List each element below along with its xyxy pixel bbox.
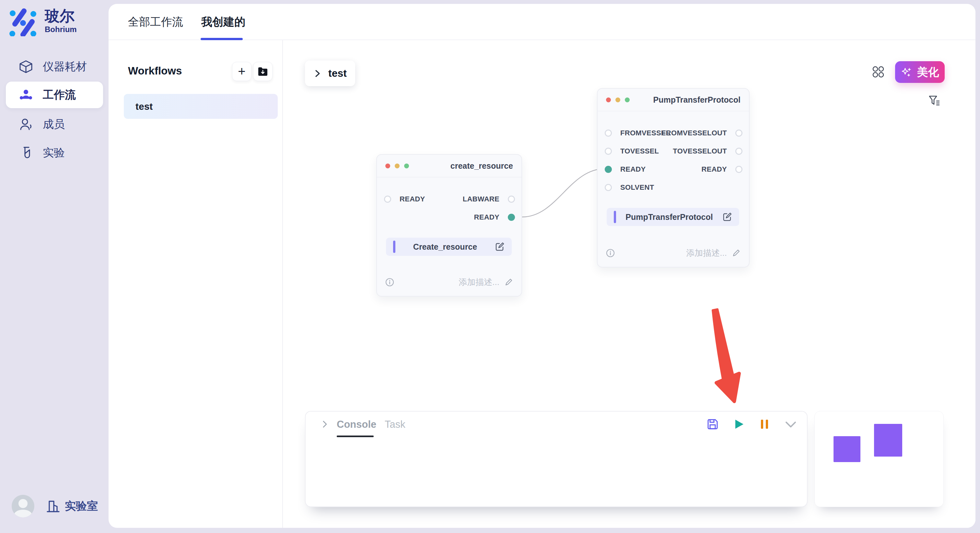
test-tube-icon [19,146,33,160]
box-icon [19,60,33,74]
save-icon[interactable] [706,418,719,431]
workflow-canvas[interactable]: test create_resource READY LABWARE READY [283,40,975,528]
workflow-list-panel: Workflows + test [108,40,283,528]
port-circle[interactable] [508,195,515,203]
plus-icon: + [238,64,245,79]
breadcrumb[interactable]: test [305,60,355,86]
info-icon[interactable] [606,249,615,257]
minimap-node-create-resource [834,436,861,462]
port-in-fromvessel[interactable]: FROMVESSEL [605,126,670,140]
bohrium-logo-icon [9,8,38,36]
port-out-labware[interactable]: LABWARE [463,192,515,206]
members-icon [19,117,33,132]
sidebar-item-label: 实验 [43,145,65,160]
port-label: TOVESSELOUT [673,147,727,155]
brand-subtitle: Bohrium [45,25,77,34]
tab-console[interactable]: Console [337,419,376,430]
sidebar-item-label: 成员 [43,117,65,132]
workflow-name: test [135,101,153,112]
sidebar-item-label: 工作流 [43,87,76,102]
port-label: READY [474,213,500,222]
sparkles-icon [901,67,913,78]
beautify-button[interactable]: 美化 [895,61,945,83]
port-circle[interactable] [735,166,743,173]
port-label: SOLVENT [620,183,654,192]
port-label: READY [399,195,425,203]
port-circle[interactable] [605,130,612,136]
sidebar-item-instruments[interactable]: 仪器耗材 [0,52,108,81]
play-icon[interactable] [732,418,745,431]
node-pump-transfer-protocol[interactable]: PumpTransferProtocol FROMVESSEL TOVESSEL… [597,88,749,268]
sidebar-item-members[interactable]: 成员 [0,110,108,139]
port-out-ready[interactable]: READY [701,162,743,176]
action-label: PumpTransferProtocol [616,213,722,222]
pencil-icon[interactable] [504,278,513,286]
beautify-label: 美化 [917,65,939,80]
node-action-create-resource[interactable]: Create_resource [386,238,512,256]
port-circle[interactable] [735,148,743,155]
tab-task[interactable]: Task [385,419,406,430]
port-in-ready[interactable]: READY [605,162,646,176]
edit-icon[interactable] [495,242,504,252]
brand: 玻尔 Bohrium [9,8,77,36]
console-panel: Console Task [305,411,808,507]
minimap-node-pump-transfer [874,424,902,457]
action-label: Create_resource [395,242,495,252]
chevron-down-icon[interactable] [784,420,797,429]
pause-icon[interactable] [759,418,770,430]
node-create-resource[interactable]: create_resource READY LABWARE READY Crea… [376,154,522,297]
tab-my-created[interactable]: 我创建的 [201,4,245,40]
port-circle[interactable] [605,166,612,173]
workflow-list-item-test[interactable]: test [124,94,278,119]
lab-switcher[interactable]: 实验室 [47,499,98,514]
port-out-ready[interactable]: READY [474,210,515,224]
port-out-fromvesselout[interactable]: FROMVESSELOUT [662,126,743,140]
pill-accent-bar [393,241,395,253]
node-action-pump-transfer[interactable]: PumpTransferProtocol [607,208,739,226]
sidebar-item-label: 仪器耗材 [43,59,87,74]
port-circle[interactable] [605,184,612,191]
chevron-right-icon [313,69,322,78]
minimap[interactable] [815,411,944,507]
dot-green-icon [625,97,630,102]
pill-accent-bar [614,211,616,223]
port-in-ready[interactable]: READY [384,192,425,206]
add-workflow-button[interactable]: + [232,62,251,81]
main-content: 全部工作流 我创建的 Workflows + test test [108,4,975,528]
port-out-tovesselout[interactable]: TOVESSELOUT [673,144,743,159]
port-circle[interactable] [605,148,612,155]
tab-all-workflows[interactable]: 全部工作流 [128,4,183,40]
active-tab-underline [200,38,243,40]
port-circle[interactable] [508,214,515,221]
port-label: FROMVESSELOUT [662,129,727,137]
description-placeholder[interactable]: 添加描述... [686,247,727,259]
edge-connector [522,169,605,217]
sidebar-item-experiments[interactable]: 实验 [0,139,108,167]
node-footer: 添加描述... [606,245,740,261]
port-circle[interactable] [735,130,743,136]
lab-label: 实验室 [65,499,98,514]
breadcrumb-label: test [328,67,347,79]
port-label: READY [701,165,727,174]
filter-icon[interactable] [929,95,940,107]
info-icon[interactable] [385,278,394,287]
dot-yellow-icon [616,97,620,102]
port-circle[interactable] [384,195,391,203]
sidebar: 玻尔 Bohrium 仪器耗材 工作流 成员 实验 [0,0,108,533]
port-in-solvent[interactable]: SOLVENT [605,180,654,195]
edit-icon[interactable] [722,212,732,222]
port-label: LABWARE [463,195,500,203]
node-header: PumpTransferProtocol [598,89,749,111]
pencil-icon[interactable] [732,249,740,257]
import-workflow-button[interactable] [253,62,272,81]
sidebar-footer: 实验室 [12,495,98,517]
dot-red-icon [385,163,390,168]
user-avatar[interactable] [12,495,34,517]
port-in-tovessel[interactable]: TOVESSEL [605,144,659,159]
chevron-right-icon[interactable] [320,419,329,429]
node-title: create_resource [450,161,513,171]
panel-title: Workflows [128,65,182,77]
sidebar-item-workflow[interactable]: 工作流 [6,82,103,108]
layout-apps-icon[interactable] [872,66,884,78]
description-placeholder[interactable]: 添加描述... [458,276,500,288]
